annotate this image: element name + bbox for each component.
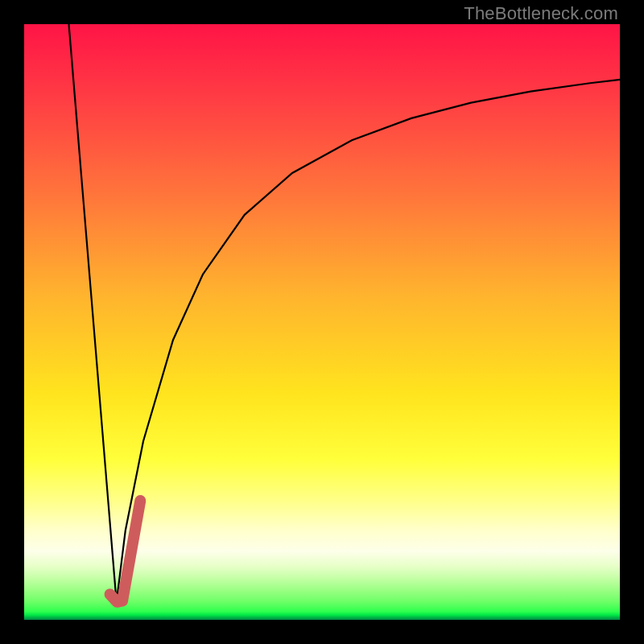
series-right-ascent [117, 80, 620, 602]
chart-svg [24, 24, 620, 620]
chart-container: TheBottleneck.com [0, 0, 644, 644]
series-left-descent [69, 24, 117, 602]
plot-area [24, 24, 620, 620]
watermark-text: TheBottleneck.com [464, 3, 618, 24]
